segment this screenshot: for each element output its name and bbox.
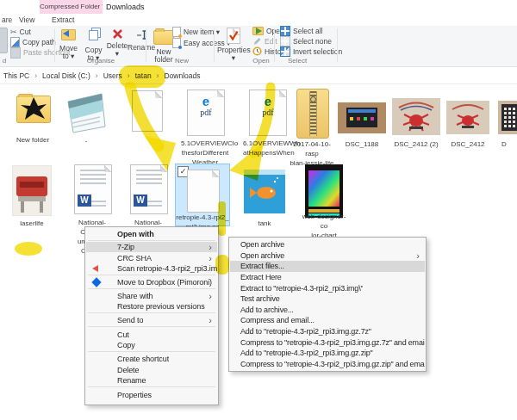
- menu-item-cut[interactable]: Cut: [86, 330, 217, 340]
- breadcrumb-users[interactable]: Users: [103, 71, 122, 80]
- photo-thumbnail: [244, 170, 285, 213]
- menu-separator: [88, 312, 215, 313]
- submenu-expand-icon: ›: [209, 316, 212, 324]
- breadcrumb-downloads[interactable]: Downloads: [164, 71, 200, 80]
- menu-item-rename[interactable]: Rename: [86, 375, 217, 386]
- photo-thumbnail: [338, 102, 386, 133]
- organise-group-label: Organise: [79, 57, 122, 65]
- menu-item-open-with[interactable]: Open with: [86, 229, 217, 239]
- file-partial-right-edge[interactable]: D: [496, 89, 517, 149]
- file-pdf-51overview[interactable]: e pdf 5.1OVERVIEWClo thesforDifferent We…: [181, 89, 229, 168]
- paste-button-partial[interactable]: [0, 28, 8, 53]
- invert-selection-icon: [280, 46, 290, 57]
- contextual-tab-compressed-folder-tools[interactable]: Compressed Folder Tools: [40, 0, 103, 14]
- copy-path-icon: [10, 37, 20, 47]
- document-icon: [187, 170, 220, 213]
- file-dsc-1188[interactable]: DSC_1188: [336, 89, 388, 149]
- file-tank[interactable]: tank: [241, 164, 288, 230]
- invert-selection-button[interactable]: Invert selection: [280, 46, 342, 57]
- tab-extract[interactable]: Extract: [52, 15, 74, 26]
- menu-item-restore-previous-versions[interactable]: Restore previous versions: [86, 301, 217, 312]
- file-dsc-2412[interactable]: DSC_2412: [444, 89, 492, 149]
- open-icon: [252, 27, 264, 35]
- file-new-folder[interactable]: New folder: [10, 89, 55, 145]
- properties-icon: [227, 28, 240, 44]
- file-retropie-selected[interactable]: ✓ retropie-4.3-rpi2_ rpi3.img.gz: [175, 164, 230, 226]
- edge-pdf-icon: e pdf: [249, 90, 287, 136]
- select-none-button[interactable]: Select none: [280, 36, 332, 46]
- antivirus-scan-icon: [92, 265, 98, 272]
- submenu-item-open-archive[interactable]: Open archive: [230, 239, 425, 250]
- file-explorer-window: Compressed Folder Tools Downloads are Vi…: [0, 0, 517, 420]
- submenu-item-add-to-archive[interactable]: Add to archive...: [230, 305, 425, 316]
- folder-icon: [16, 96, 51, 123]
- submenu-expand-icon: ›: [209, 243, 212, 251]
- breadcrumb-tatan[interactable]: tatan: [135, 71, 152, 80]
- breadcrumb-separator: ›: [96, 71, 98, 80]
- menu-item-move-to-dropbox[interactable]: Move to Dropbox (Pimoroni): [86, 277, 217, 287]
- menu-item-share-with[interactable]: Share with ›: [86, 291, 217, 301]
- photo-thumbnail: [12, 165, 52, 216]
- cut-button[interactable]: ✂ Cut: [10, 27, 31, 37]
- menu-item-create-shortcut[interactable]: Create shortcut: [86, 354, 217, 364]
- menu-item-scan[interactable]: Scan retropie-4.3-rpi2_rpi3.img.gz: [86, 263, 217, 274]
- ribbon-separator: [214, 28, 215, 62]
- new-item-button[interactable]: New item ▾: [172, 27, 220, 37]
- breadcrumb-separator: ›: [128, 71, 130, 80]
- delete-icon: [112, 28, 123, 40]
- cut-icon: ✂: [10, 28, 17, 36]
- menu-item-delete[interactable]: Delete: [86, 365, 217, 375]
- file-pdf-61overview[interactable]: e pdf 6.1OVERVIEWWh atHappensWhen: [243, 89, 291, 159]
- submenu-item-add-to-7z[interactable]: Add to "retropie-4.3-rpi2_rpi3.img.gz.7z…: [230, 326, 425, 337]
- submenu-item-open-archive-2[interactable]: Open archive ›: [230, 250, 425, 262]
- menu-item-send-to[interactable]: Send to ›: [86, 315, 217, 325]
- submenu-item-compress-to-zip-email[interactable]: Compress to "retropie-4.3-rpi2_rpi3.img.…: [230, 359, 425, 370]
- document-icon: [132, 90, 163, 132]
- new-group-label: New: [160, 57, 203, 65]
- submenu-expand-icon: ›: [416, 251, 420, 260]
- file-dsc-2412-2[interactable]: DSC_2412 (2): [389, 89, 443, 149]
- new-item-icon: [172, 27, 181, 37]
- select-all-button[interactable]: Select all: [280, 26, 323, 36]
- move-to-button[interactable]: Move to ▾: [57, 27, 80, 60]
- copy-path-button[interactable]: Copy path: [10, 37, 56, 47]
- word-document-icon: W: [74, 164, 112, 214]
- word-document-icon: W: [130, 164, 168, 214]
- file-raspbian-zip[interactable]: 2017-04-10-rasp bian-jessie-lite: [290, 87, 334, 159]
- breadcrumb-separator: ›: [34, 71, 37, 80]
- submenu-item-compress-to-7z-email[interactable]: Compress to "retropie-4.3-rpi2_rpi3.img.…: [230, 337, 425, 348]
- menu-separator: [88, 386, 215, 387]
- submenu-item-extract-to[interactable]: Extract to "retropie-4.3-rpi2_rpi3.img\": [230, 282, 425, 293]
- submenu-item-extract-files[interactable]: Extract files...: [230, 261, 425, 272]
- submenu-item-extract-here[interactable]: Extract Here: [230, 272, 425, 283]
- delete-button[interactable]: Delete ▾: [105, 27, 129, 58]
- menu-separator: [88, 275, 215, 275]
- file-text-document[interactable]: -: [62, 89, 110, 145]
- breadcrumb: This PC › Local Disk (C:) › Users › tata…: [0, 67, 517, 84]
- submenu-item-compress-and-email[interactable]: Compress and email...: [230, 315, 425, 326]
- tab-share-partial[interactable]: are: [2, 15, 12, 26]
- zip-folder-icon: [296, 89, 329, 139]
- folder-art: [18, 96, 49, 120]
- menu-item-properties[interactable]: Properties: [86, 390, 217, 400]
- photo-thumbnail: [446, 101, 489, 134]
- breadcrumb-this-pc[interactable]: This PC: [3, 71, 29, 80]
- window-title: Downloads: [106, 0, 145, 14]
- menu-separator: [88, 351, 215, 352]
- ribbon-separator: [146, 28, 146, 62]
- menu-separator: [88, 288, 215, 289]
- file-laserlife[interactable]: laserlife: [9, 164, 55, 232]
- submenu-expand-icon: ›: [209, 292, 212, 300]
- menu-item-crc-sha[interactable]: CRC SHA ›: [86, 253, 217, 263]
- menu-item-7-zip[interactable]: 7-Zip ›: [86, 242, 217, 252]
- ribbon-separator: [54, 28, 55, 62]
- ribbon-separator: [337, 28, 338, 62]
- submenu-item-add-to-zip[interactable]: Add to "retropie-4.3-rpi2_rpi3.img.gz.zi…: [230, 348, 425, 359]
- menu-item-copy[interactable]: Copy: [86, 340, 217, 350]
- file-web-designer-color-chart[interactable]: web-designer-co lor-chart: [300, 163, 348, 233]
- file-blank-document[interactable]: [124, 89, 169, 142]
- breadcrumb-local-disk-c[interactable]: Local Disk (C:): [42, 71, 90, 80]
- select-all-icon: [280, 26, 290, 36]
- tab-view[interactable]: View: [19, 15, 34, 26]
- submenu-item-test-archive[interactable]: Test archive: [230, 293, 425, 305]
